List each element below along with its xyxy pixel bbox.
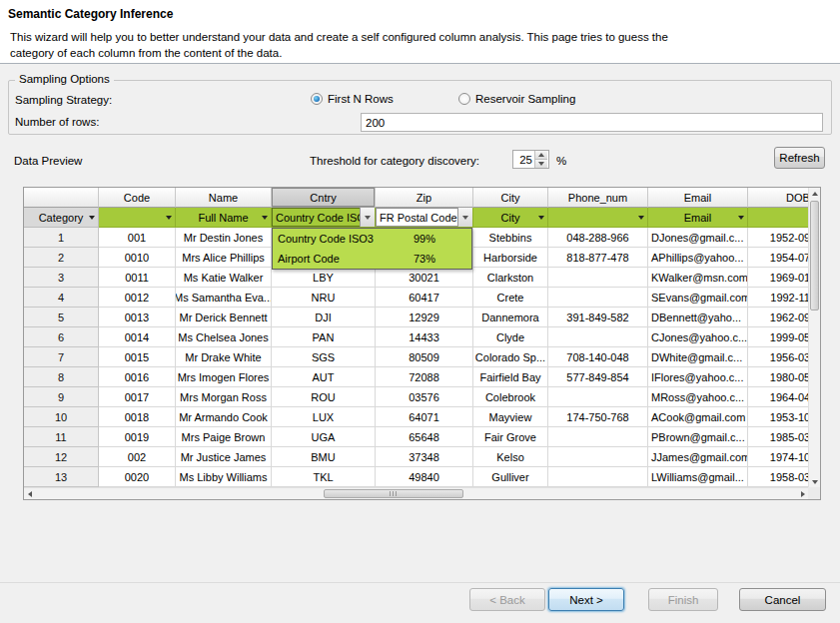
cell-dob: 1974-10-05: [748, 447, 808, 467]
threshold-input[interactable]: [513, 151, 534, 168]
category-option-confidence: 73%: [414, 253, 435, 265]
cell-phone: [548, 447, 648, 467]
scroll-up-button[interactable]: [809, 188, 820, 200]
cancel-button[interactable]: Cancel: [739, 588, 826, 611]
next-button[interactable]: Next >: [548, 588, 624, 611]
arrow-up-icon: [538, 153, 544, 157]
cell-num: 1: [24, 228, 99, 248]
number-of-rows-input[interactable]: [361, 113, 823, 132]
cell-phone: [548, 268, 648, 288]
scroll-left-button[interactable]: [24, 488, 35, 500]
column-header-zip[interactable]: Zip: [376, 188, 473, 208]
category-option-airport-code[interactable]: Airport Code 73%: [273, 249, 471, 269]
number-of-rows-label: Number of rows:: [15, 116, 99, 128]
cell-email: ACook@gmail.com: [648, 407, 748, 427]
cell-cntry: PAN: [272, 327, 376, 347]
cell-code: 0016: [99, 367, 176, 387]
combo-dropdown-button[interactable]: [457, 208, 472, 227]
category-selector-phone-num[interactable]: [548, 208, 648, 228]
category-selector-zip[interactable]: FR Postal Code: [376, 208, 473, 228]
column-header-email[interactable]: Email: [648, 188, 748, 208]
cell-phone: 391-849-582: [548, 308, 648, 327]
combo-dropdown-button[interactable]: [360, 208, 375, 227]
sampling-options-group-label: Sampling Options: [15, 73, 114, 85]
category-suggestion-popup: Country Code ISO3 99% Airport Code 73%: [272, 228, 472, 270]
cell-num: 9: [24, 387, 99, 407]
cell-zip: 65648: [376, 427, 473, 447]
cell-dob: 1980-05-31: [748, 367, 808, 387]
cell-city: Colebrook: [473, 387, 548, 407]
refresh-button[interactable]: Refresh: [774, 147, 825, 169]
cell-name: Ms Chelsea Jones: [176, 327, 272, 347]
spinner-down-button[interactable]: [535, 160, 547, 168]
cell-phone: [548, 327, 648, 347]
category-selector-name[interactable]: Full Name: [176, 208, 272, 228]
category-selector-cntry[interactable]: Country Code ISO: [272, 208, 376, 228]
cell-email: DJones@gmail.c...: [648, 228, 748, 248]
table-row: 90017Mrs Morgan RossROU03576ColebrookMRo…: [24, 387, 808, 407]
sampling-strategy-label: Sampling Strategy:: [15, 94, 112, 106]
page-title: Semantic Category Inference: [8, 7, 173, 21]
column-header-dob[interactable]: DOB: [748, 188, 808, 208]
vertical-scrollbar: [808, 188, 820, 488]
arrow-up-icon: [812, 192, 818, 196]
wizard-header: Semantic Category Inference This wizard …: [0, 0, 840, 64]
vertical-scrollbar-thumb[interactable]: [810, 201, 819, 311]
spinner-buttons: [534, 151, 547, 168]
cell-dob: 1985-03-25: [748, 427, 808, 447]
cell-phone: 708-140-048: [548, 347, 648, 367]
back-button[interactable]: < Back: [469, 588, 545, 611]
cell-cntry: TKL: [272, 467, 376, 487]
horizontal-scrollbar-thumb[interactable]: [324, 489, 463, 498]
cell-city: Colorado Sp...: [473, 347, 548, 367]
cell-cntry: SGS: [272, 347, 376, 367]
cell-num: 8: [24, 367, 99, 387]
cell-phone: [548, 387, 648, 407]
spinner-up-button[interactable]: [535, 151, 547, 160]
cell-city: Clyde: [473, 327, 548, 347]
cell-phone: 048-288-966: [548, 228, 648, 248]
column-header-phone-num[interactable]: Phone_num: [548, 188, 648, 208]
cell-city: Dannemora: [473, 308, 548, 327]
cell-dob: 1952-09-15: [748, 228, 808, 248]
column-header-name[interactable]: Name: [176, 188, 272, 208]
cell-zip: 64071: [376, 407, 473, 427]
cell-dob: 1956-03-25: [748, 347, 808, 367]
cell-cntry: LUX: [272, 407, 376, 427]
threshold-label: Threshold for category discovery:: [310, 155, 479, 167]
cell-code: 0010: [99, 248, 176, 268]
arrow-down-icon: [812, 480, 818, 484]
column-header-cntry[interactable]: Cntry: [272, 188, 376, 208]
category-row-label[interactable]: Category: [24, 208, 99, 228]
cell-zip: 80509: [376, 347, 473, 367]
category-selector-dob[interactable]: [748, 208, 808, 228]
threshold-spinner[interactable]: [512, 150, 549, 169]
cell-name: Ms Katie Walker: [176, 268, 272, 288]
cell-email: KWalker@msn.com: [648, 268, 748, 288]
column-header-code[interactable]: Code: [99, 188, 176, 208]
table-row: 100018Mr Armando CookLUX64071Mayview174-…: [24, 407, 808, 427]
chevron-down-icon: [365, 216, 371, 220]
finish-button[interactable]: Finish: [648, 588, 718, 611]
column-header-city[interactable]: City: [473, 188, 548, 208]
category-selector-city[interactable]: City: [473, 208, 548, 228]
category-selector-email[interactable]: Email: [648, 208, 748, 228]
cell-num: 5: [24, 308, 99, 327]
cell-name: Mr Destin Jones: [176, 228, 272, 248]
arrow-right-icon: [801, 491, 805, 497]
scroll-right-button[interactable]: [797, 488, 808, 500]
cell-email: SEvans@gmail.com: [648, 288, 748, 308]
column-header-rownum[interactable]: [24, 188, 99, 208]
cell-zip: 14433: [376, 327, 473, 347]
cell-cntry: ROU: [272, 387, 376, 407]
radio-first-n-rows[interactable]: First N Rows: [311, 93, 394, 105]
cell-zip: 12929: [376, 308, 473, 327]
table-row: 50013Mr Derick BennettDJI12929Dannemora3…: [24, 308, 808, 327]
category-option-label: Airport Code: [278, 253, 340, 265]
radio-reservoir-sampling[interactable]: Reservoir Sampling: [458, 93, 575, 105]
description-line-1: This wizard will help you to better unde…: [10, 29, 668, 45]
category-selector-code[interactable]: [99, 208, 176, 228]
table-row: 70015Mr Drake WhiteSGS80509Colorado Sp..…: [24, 347, 808, 367]
category-option-country-code-iso3[interactable]: Country Code ISO3 99%: [273, 229, 471, 249]
data-preview-label: Data Preview: [14, 155, 82, 167]
